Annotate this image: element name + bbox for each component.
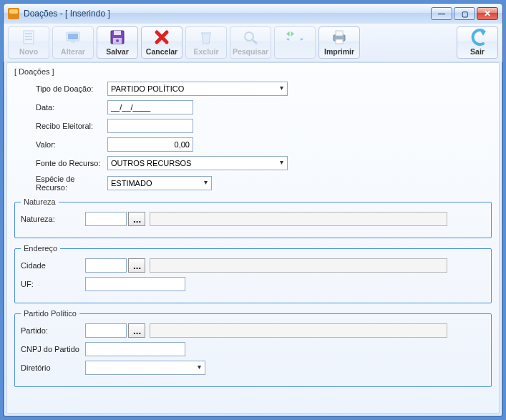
svg-rect-1	[25, 33, 32, 34]
partido-browse-button[interactable]: ...	[128, 323, 145, 338]
imprimir-label: Imprimir	[324, 47, 354, 56]
group-partido: Partido Político Partido: ... CNPJ do Pa…	[14, 309, 492, 387]
close-icon: ✕	[484, 9, 491, 19]
minimize-button[interactable]: —	[431, 7, 452, 20]
svg-rect-8	[114, 31, 121, 35]
fonte-label: Fonte do Recurso:	[36, 159, 107, 167]
natureza-legend: Natureza	[21, 197, 59, 206]
pesquisar-button: Pesquisar	[230, 26, 271, 59]
cidade-code-input[interactable]	[85, 258, 127, 273]
row-cidade: Cidade ...	[21, 258, 485, 273]
data-input[interactable]	[107, 100, 193, 114]
titlebar: Doações - [ Inserindo ] — ▢ ✕	[4, 4, 502, 24]
cancelar-button[interactable]: Cancelar	[141, 26, 183, 59]
cancel-x-icon	[152, 29, 171, 46]
tipo-doacao-select[interactable]	[107, 82, 288, 96]
window-controls: — ▢ ✕	[431, 7, 498, 20]
close-window-button[interactable]: ✕	[477, 7, 498, 20]
recibo-input[interactable]	[107, 119, 193, 133]
excluir-label: Excluir	[193, 47, 218, 56]
svg-point-12	[245, 32, 253, 41]
row-partido: Partido: ...	[21, 323, 485, 338]
natureza-browse-button[interactable]: ...	[128, 212, 145, 226]
excluir-button: Excluir	[185, 26, 227, 59]
document-new-icon	[19, 29, 38, 46]
maximize-icon: ▢	[462, 10, 468, 18]
group-endereco: Endereço Cidade ... UF:	[14, 244, 492, 303]
salvar-button[interactable]: Salvar	[97, 26, 138, 59]
novo-button: Novo	[8, 26, 49, 59]
recibo-label: Recibo Eleitoral:	[36, 122, 107, 130]
natureza-code-input[interactable]	[85, 212, 127, 226]
svg-line-13	[253, 40, 257, 44]
navigate-label	[294, 47, 296, 56]
row-natureza: Natureza: ...	[21, 212, 485, 226]
exit-arrow-icon	[468, 29, 487, 46]
tipo-doacao-label: Tipo de Doação:	[36, 84, 107, 93]
partido-legend: Partido Político	[21, 309, 79, 318]
partido-code-input[interactable]	[85, 323, 127, 338]
save-disk-icon	[108, 29, 127, 46]
svg-rect-11	[201, 32, 211, 34]
valor-label: Valor:	[36, 140, 107, 149]
especie-select-wrap[interactable]	[107, 176, 212, 190]
data-label: Data:	[36, 103, 107, 112]
fonte-select-wrap[interactable]	[107, 156, 288, 170]
client-area: [ Doações ] Tipo de Doação: Data: Recibo…	[6, 62, 500, 414]
svg-point-10	[116, 39, 119, 42]
cidade-label: Cidade	[21, 261, 85, 270]
app-window: Doações - [ Inserindo ] — ▢ ✕ Novo Alter…	[3, 3, 503, 417]
row-recibo: Recibo Eleitoral:	[36, 119, 492, 133]
app-icon	[8, 8, 19, 19]
sair-button[interactable]: Sair	[457, 26, 498, 59]
natureza-label: Natureza:	[21, 215, 85, 223]
row-cnpj: CNPJ do Partido	[21, 342, 485, 356]
alterar-button: Alterar	[52, 26, 94, 59]
edit-computer-icon	[64, 29, 82, 46]
valor-input[interactable]	[107, 137, 193, 152]
natureza-desc-input	[150, 212, 447, 226]
row-uf: UF:	[21, 277, 485, 291]
especie-select[interactable]	[107, 176, 212, 190]
window-title: Doações - [ Inserindo ]	[24, 9, 110, 19]
cidade-desc-input	[150, 258, 447, 273]
svg-rect-15	[336, 31, 343, 36]
printer-icon	[330, 29, 349, 46]
diretorio-label: Diretório	[21, 363, 85, 372]
cancelar-label: Cancelar	[146, 47, 177, 56]
uf-label: UF:	[21, 280, 85, 288]
diretorio-select-wrap[interactable]	[85, 361, 205, 375]
row-tipo-doacao: Tipo de Doação:	[36, 82, 492, 96]
svg-rect-2	[25, 36, 32, 37]
toolbar: Novo Alterar Salvar Cancelar Excluir	[4, 24, 502, 62]
svg-rect-6	[71, 41, 75, 43]
alterar-label: Alterar	[61, 47, 85, 56]
especie-label: Espécie de Recurso:	[36, 175, 107, 192]
row-especie: Espécie de Recurso:	[36, 175, 492, 192]
group-natureza: Natureza Natureza: ...	[14, 197, 492, 238]
tipo-doacao-select-wrap[interactable]	[107, 82, 288, 96]
partido-desc-input	[150, 323, 447, 338]
navigate-button	[274, 26, 316, 59]
imprimir-button[interactable]: Imprimir	[318, 26, 360, 59]
cidade-browse-button[interactable]: ...	[128, 258, 145, 273]
diretorio-select[interactable]	[85, 361, 205, 375]
pesquisar-label: Pesquisar	[233, 47, 268, 56]
svg-rect-3	[25, 39, 32, 40]
row-diretorio: Diretório	[21, 361, 485, 375]
uf-input[interactable]	[85, 277, 185, 291]
novo-label: Novo	[19, 47, 38, 56]
row-valor: Valor:	[36, 137, 492, 152]
minimize-icon: —	[438, 10, 445, 18]
cnpj-input[interactable]	[85, 342, 185, 356]
salvar-label: Salvar	[106, 47, 129, 56]
endereco-legend: Endereço	[21, 244, 60, 253]
search-icon	[241, 29, 260, 46]
svg-rect-16	[336, 39, 343, 44]
fonte-select[interactable]	[107, 156, 288, 170]
section-tag: [ Doações ]	[14, 67, 492, 76]
cnpj-label: CNPJ do Partido	[21, 345, 85, 353]
maximize-button[interactable]: ▢	[454, 7, 475, 20]
trash-icon	[197, 29, 215, 46]
navigate-arrows-icon	[286, 29, 304, 46]
